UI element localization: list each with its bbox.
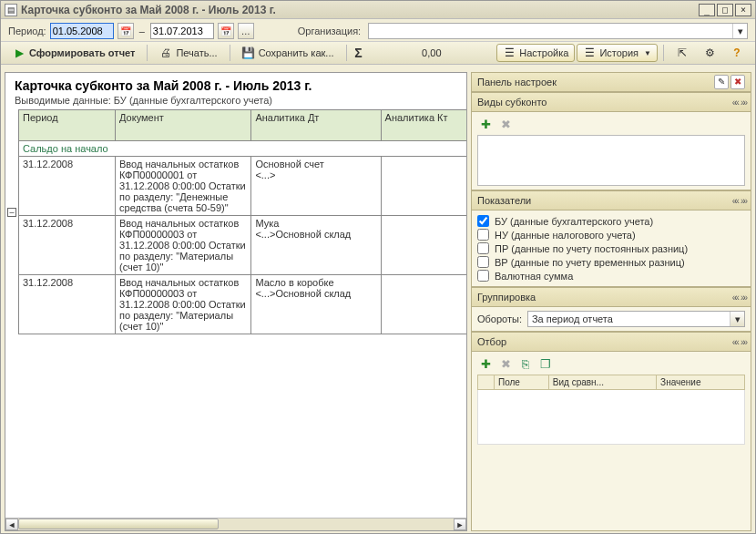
settings-panel-title: Панель настроек — [477, 77, 712, 87]
minimize-button[interactable]: _ — [699, 4, 715, 16]
indicator-checkbox[interactable] — [477, 229, 489, 241]
chevron-down-icon[interactable]: ▾ — [730, 312, 744, 326]
period-select-button[interactable]: … — [238, 23, 254, 39]
filter-empty-row[interactable] — [478, 390, 745, 445]
table-row[interactable]: 31.12.2008 Ввод начальных остатков КФП00… — [19, 216, 467, 275]
indicator-label: Валютная сумма — [495, 271, 573, 282]
print-button[interactable]: 🖨 Печать... — [153, 44, 223, 62]
report-pane: Карточка субконто за Май 2008 г. - Июль … — [5, 72, 467, 531]
filter-col-value: Значение — [657, 375, 745, 390]
grouping-header[interactable]: Группировка «« »» — [471, 287, 751, 307]
run-report-button[interactable]: ▶ Сформировать отчет — [6, 44, 141, 62]
window-title: Карточка субконто за Май 2008 г. - Июль … — [21, 4, 697, 16]
grouping-label: Обороты: — [477, 313, 522, 324]
horizontal-scrollbar[interactable]: ◄ ► — [5, 518, 466, 530]
run-report-label: Сформировать отчет — [29, 47, 135, 58]
history-label: История — [599, 47, 639, 58]
main-area: Карточка субконто за Май 2008 г. - Июль … — [1, 70, 755, 533]
indicator-row[interactable]: БУ (данные бухгалтерского учета) — [477, 214, 745, 228]
sum-value: 0,00 — [367, 47, 449, 58]
indicator-row[interactable]: ВР (данные по учету временных разниц) — [477, 255, 745, 269]
chevrons-right-icon[interactable]: »» — [741, 337, 745, 347]
filter-delete-button[interactable]: ✖ — [497, 355, 514, 372]
chevrons-left-icon[interactable]: «« — [732, 337, 737, 347]
col-analytics-dt: Аналитика Дт — [251, 110, 381, 141]
cell-kt — [381, 216, 466, 275]
indicator-row[interactable]: НУ (данные налогового учета) — [477, 228, 745, 241]
chevrons-left-icon[interactable]: «« — [732, 196, 737, 206]
outline-gutter: – — [7, 109, 18, 518]
outline-toggle[interactable]: – — [7, 208, 16, 217]
grouping-combo[interactable]: За период отчета ▾ — [527, 311, 745, 327]
types-body: ✚ ✖ — [471, 112, 751, 190]
collapse-icon: ⇱ — [676, 46, 689, 59]
indicators-body: БУ (данные бухгалтерского учета) НУ (дан… — [471, 211, 751, 287]
org-label: Организация: — [298, 26, 361, 36]
table-row[interactable]: 31.12.2008 Ввод начальных остатков КФП00… — [19, 275, 467, 334]
save-label: Сохранить как... — [259, 47, 334, 58]
close-button[interactable]: × — [735, 4, 751, 16]
filter-stack-button[interactable]: ❐ — [537, 355, 554, 372]
scroll-left-icon[interactable]: ◄ — [5, 519, 18, 530]
indicator-row[interactable]: ПР (данные по учету постоянных разниц) — [477, 241, 745, 255]
period-to-calendar-icon[interactable]: 📅 — [218, 23, 234, 39]
tool-button-2[interactable]: ⚙ — [697, 44, 722, 62]
indicators-title: Показатели — [477, 195, 729, 206]
period-label: Период: — [8, 26, 46, 36]
period-to-input[interactable] — [150, 23, 214, 39]
indicator-checkbox[interactable] — [477, 256, 489, 268]
chevron-down-icon: ▼ — [644, 49, 651, 57]
save-as-button[interactable]: 💾 Сохранить как... — [236, 44, 341, 62]
filter-add-button[interactable]: ✚ — [477, 355, 494, 372]
period-from-calendar-icon[interactable]: 📅 — [117, 23, 134, 39]
col-period: Период — [19, 110, 116, 141]
period-from-input[interactable] — [50, 23, 114, 39]
org-dropdown-icon[interactable]: ▾ — [732, 24, 747, 38]
settings-panel-header: Панель настроек ✎ ✖ — [471, 72, 751, 92]
types-header[interactable]: Виды субконто «« »» — [471, 92, 751, 112]
filter-copy-button[interactable]: ⎘ — [517, 355, 534, 372]
tool-button-1[interactable]: ⇱ — [669, 44, 695, 62]
types-delete-button[interactable]: ✖ — [497, 116, 514, 132]
cell-period: 31.12.2008 — [19, 216, 116, 275]
cell-dt: Мука <...>Основной склад — [251, 216, 381, 275]
indicator-checkbox[interactable] — [477, 242, 489, 254]
cell-dt: Основной счет <...> — [251, 157, 381, 216]
opening-balance-row: Сальдо на начало — [19, 141, 467, 157]
maximize-button[interactable]: □ — [717, 4, 733, 16]
indicator-checkbox[interactable] — [477, 270, 489, 282]
scroll-track[interactable] — [18, 519, 454, 530]
indicator-checkbox[interactable] — [477, 215, 489, 227]
types-add-button[interactable]: ✚ — [477, 116, 494, 132]
help-icon: ? — [730, 46, 743, 59]
settings-icon: ☰ — [503, 46, 516, 59]
panel-edit-button[interactable]: ✎ — [714, 75, 729, 89]
indicators-header[interactable]: Показатели «« »» — [471, 190, 751, 211]
filter-col-compare: Вид сравн... — [548, 375, 656, 390]
chevrons-right-icon[interactable]: »» — [741, 196, 745, 206]
chevrons-left-icon[interactable]: «« — [732, 98, 737, 108]
filter-col-field: Поле — [495, 375, 549, 390]
scroll-right-icon[interactable]: ► — [454, 519, 466, 530]
table-row[interactable]: 31.12.2008 Ввод начальных остатков КФП00… — [19, 157, 467, 216]
history-button[interactable]: ☰ История ▼ — [577, 44, 658, 62]
grouping-title: Группировка — [477, 292, 729, 303]
chevrons-right-icon[interactable]: »» — [741, 98, 745, 108]
org-input[interactable]: ▾ — [368, 23, 748, 39]
report-table-wrap: Период Документ Аналитика Дт Аналитика К… — [18, 109, 466, 518]
period-row: Период: 📅 – 📅 … Организация: ▾ — [1, 19, 755, 41]
chevrons-right-icon[interactable]: »» — [741, 293, 745, 303]
types-list[interactable] — [477, 135, 745, 186]
panel-close-button[interactable]: ✖ — [730, 75, 745, 89]
indicator-row[interactable]: Валютная сумма — [477, 269, 745, 282]
table-header-row: Период Документ Аналитика Дт Аналитика К… — [19, 110, 467, 141]
grouping-body: Обороты: За период отчета ▾ — [471, 307, 751, 332]
help-button[interactable]: ? — [724, 44, 750, 62]
chevrons-left-icon[interactable]: «« — [732, 293, 737, 303]
filter-header[interactable]: Отбор «« »» — [471, 332, 751, 352]
app-icon: ▤ — [5, 4, 17, 16]
scroll-thumb[interactable] — [18, 519, 219, 529]
filter-col-flag — [478, 375, 495, 390]
grouping-value: За период отчета — [532, 313, 613, 324]
settings-button[interactable]: ☰ Настройка — [496, 44, 575, 62]
